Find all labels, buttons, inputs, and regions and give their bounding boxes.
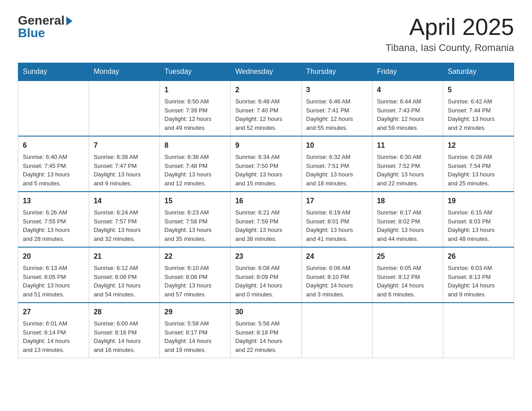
- calendar-header-saturday: Saturday: [443, 63, 514, 81]
- day-info: Sunset: 7:50 PM: [235, 162, 296, 171]
- day-info: Sunset: 8:01 PM: [306, 217, 368, 226]
- day-number: 15: [164, 196, 226, 206]
- day-info: Daylight: 13 hours: [448, 170, 509, 179]
- day-info: Sunrise: 6:26 AM: [23, 208, 84, 217]
- day-info: Daylight: 14 hours: [235, 281, 296, 290]
- day-info: Sunset: 8:14 PM: [23, 328, 84, 337]
- calendar-cell: 15Sunrise: 6:23 AMSunset: 7:58 PMDayligh…: [160, 192, 231, 247]
- day-info: and 35 minutes.: [164, 235, 226, 244]
- day-info: Sunset: 7:59 PM: [235, 217, 296, 226]
- day-info: and 54 minutes.: [94, 290, 155, 299]
- day-info: Daylight: 13 hours: [448, 115, 509, 124]
- day-info: Sunrise: 6:36 AM: [164, 153, 226, 162]
- day-info: Sunrise: 5:56 AM: [235, 319, 296, 328]
- day-info: Daylight: 12 hours: [164, 115, 226, 124]
- day-info: Daylight: 13 hours: [235, 170, 296, 179]
- day-number: 10: [306, 140, 368, 151]
- calendar-cell: 1Sunrise: 6:50 AMSunset: 7:39 PMDaylight…: [160, 81, 231, 136]
- day-info: and 25 minutes.: [448, 179, 509, 188]
- day-number: 17: [306, 196, 368, 206]
- day-info: Daylight: 13 hours: [164, 281, 226, 290]
- day-number: 29: [164, 307, 226, 317]
- day-info: Sunset: 8:09 PM: [235, 273, 296, 282]
- day-info: Sunset: 7:51 PM: [306, 162, 368, 171]
- calendar-header-sunday: Sunday: [18, 63, 89, 81]
- day-info: Sunrise: 5:58 AM: [164, 319, 226, 328]
- day-info: Daylight: 14 hours: [306, 281, 368, 290]
- day-info: and 48 minutes.: [448, 235, 509, 244]
- day-info: Sunset: 8:13 PM: [448, 273, 509, 282]
- day-info: Sunrise: 6:38 AM: [94, 153, 155, 162]
- day-info: Daylight: 14 hours: [235, 337, 296, 346]
- calendar-cell: 26Sunrise: 6:03 AMSunset: 8:13 PMDayligh…: [443, 247, 514, 303]
- day-info: and 0 minutes.: [235, 290, 296, 299]
- day-info: and 9 minutes.: [94, 179, 155, 188]
- day-info: Daylight: 14 hours: [448, 281, 509, 290]
- day-info: Daylight: 12 hours: [235, 115, 296, 124]
- day-info: and 51 minutes.: [23, 290, 84, 299]
- calendar-cell: 27Sunrise: 6:01 AMSunset: 8:14 PMDayligh…: [18, 303, 89, 358]
- day-info: and 52 minutes.: [235, 124, 296, 133]
- day-number: 25: [377, 251, 438, 262]
- day-info: Sunrise: 6:21 AM: [235, 208, 296, 217]
- calendar-cell: [372, 303, 443, 358]
- day-info: Sunset: 7:41 PM: [306, 106, 368, 115]
- day-info: Sunset: 7:54 PM: [448, 162, 509, 171]
- day-info: Daylight: 14 hours: [23, 337, 84, 346]
- calendar-header-tuesday: Tuesday: [160, 63, 231, 81]
- calendar-cell: 19Sunrise: 6:15 AMSunset: 8:03 PMDayligh…: [443, 192, 514, 247]
- day-info: Sunrise: 6:23 AM: [164, 208, 226, 217]
- day-info: Daylight: 13 hours: [306, 170, 368, 179]
- day-info: Sunset: 7:58 PM: [164, 217, 226, 226]
- day-info: Sunset: 7:47 PM: [94, 162, 155, 171]
- day-info: and 19 minutes.: [164, 346, 226, 355]
- day-info: and 41 minutes.: [306, 235, 368, 244]
- day-info: Sunrise: 6:06 AM: [306, 264, 368, 273]
- day-info: Daylight: 14 hours: [377, 281, 438, 290]
- title-section: April 2025 Tibana, Iasi County, Romania: [386, 13, 514, 54]
- day-info: Daylight: 13 hours: [306, 226, 368, 235]
- day-info: Sunset: 7:44 PM: [448, 106, 509, 115]
- day-info: and 9 minutes.: [448, 290, 509, 299]
- day-info: Sunset: 8:16 PM: [94, 328, 155, 337]
- calendar-cell: 3Sunrise: 6:46 AMSunset: 7:41 PMDaylight…: [301, 81, 372, 136]
- day-info: Sunrise: 6:48 AM: [235, 97, 296, 106]
- day-info: Daylight: 13 hours: [448, 226, 509, 235]
- calendar-week-row: 1Sunrise: 6:50 AMSunset: 7:39 PMDaylight…: [18, 81, 514, 136]
- day-info: and 55 minutes.: [306, 124, 368, 133]
- calendar-cell: 18Sunrise: 6:17 AMSunset: 8:02 PMDayligh…: [372, 192, 443, 247]
- day-number: 26: [448, 251, 509, 262]
- day-info: Sunset: 7:48 PM: [164, 162, 226, 171]
- day-number: 30: [235, 307, 296, 317]
- day-info: and 49 minutes.: [164, 124, 226, 133]
- calendar-cell: 24Sunrise: 6:06 AMSunset: 8:10 PMDayligh…: [301, 247, 372, 303]
- calendar-header-friday: Friday: [372, 63, 443, 81]
- day-info: and 22 minutes.: [377, 179, 438, 188]
- month-title: April 2025: [386, 13, 514, 40]
- calendar-cell: 28Sunrise: 6:00 AMSunset: 8:16 PMDayligh…: [89, 303, 160, 358]
- calendar-cell: 21Sunrise: 6:12 AMSunset: 8:06 PMDayligh…: [89, 247, 160, 303]
- calendar-cell: 9Sunrise: 6:34 AMSunset: 7:50 PMDaylight…: [231, 136, 301, 192]
- day-info: Sunset: 7:55 PM: [23, 217, 84, 226]
- calendar-table: SundayMondayTuesdayWednesdayThursdayFrid…: [18, 63, 514, 358]
- day-info: and 3 minutes.: [306, 290, 368, 299]
- day-info: Sunset: 8:10 PM: [306, 273, 368, 282]
- day-info: Sunrise: 6:42 AM: [448, 97, 509, 106]
- calendar-week-row: 6Sunrise: 6:40 AMSunset: 7:45 PMDaylight…: [18, 136, 514, 192]
- day-number: 16: [235, 196, 296, 206]
- calendar-cell: 4Sunrise: 6:44 AMSunset: 7:43 PMDaylight…: [372, 81, 443, 136]
- day-number: 6: [23, 140, 84, 151]
- day-number: 14: [94, 196, 155, 206]
- day-info: Sunrise: 6:30 AM: [377, 153, 438, 162]
- day-info: and 28 minutes.: [23, 235, 84, 244]
- calendar-cell: 30Sunrise: 5:56 AMSunset: 8:18 PMDayligh…: [231, 303, 301, 358]
- day-number: 7: [94, 140, 155, 151]
- calendar-cell: 29Sunrise: 5:58 AMSunset: 8:17 PMDayligh…: [160, 303, 231, 358]
- day-info: Sunset: 8:18 PM: [235, 328, 296, 337]
- day-number: 23: [235, 251, 296, 262]
- day-info: and 32 minutes.: [94, 235, 155, 244]
- day-info: Daylight: 13 hours: [23, 170, 84, 179]
- day-info: Sunset: 8:17 PM: [164, 328, 226, 337]
- day-info: Sunrise: 6:17 AM: [377, 208, 438, 217]
- day-info: and 16 minutes.: [94, 346, 155, 355]
